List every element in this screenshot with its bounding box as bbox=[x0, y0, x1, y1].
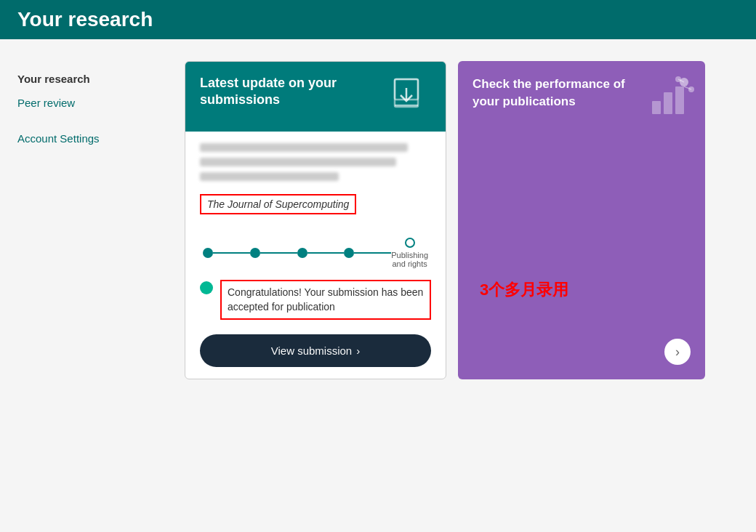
sidebar-item-peer-review[interactable]: Peer review bbox=[17, 92, 170, 113]
journal-name: The Journal of Supercomputing bbox=[200, 194, 356, 214]
progress-track: Publishingand rights bbox=[200, 238, 431, 268]
publications-card-text: Check the performance of your publicatio… bbox=[472, 76, 632, 365]
progress-dot-4 bbox=[344, 248, 354, 258]
view-submission-arrow: › bbox=[356, 344, 360, 357]
blurred-title-line-1 bbox=[200, 143, 408, 152]
congrats-container: Congratulations! Your submission has bee… bbox=[200, 280, 431, 320]
sidebar: Your research Peer review Account Settin… bbox=[17, 61, 170, 379]
download-icon bbox=[387, 75, 431, 118]
progress-dot-1 bbox=[203, 248, 213, 258]
svg-rect-4 bbox=[652, 101, 661, 114]
publications-chart-icon bbox=[646, 73, 696, 124]
svg-rect-6 bbox=[675, 86, 684, 114]
content-area: Latest update on your submissions bbox=[185, 61, 739, 379]
progress-line-1 bbox=[213, 252, 250, 254]
sidebar-item-account-settings[interactable]: Account Settings bbox=[17, 128, 170, 149]
blurred-title-line-3 bbox=[200, 172, 339, 181]
header-title: Your research bbox=[17, 8, 153, 31]
blurred-title-line-2 bbox=[200, 158, 396, 166]
svg-rect-5 bbox=[664, 92, 672, 114]
sidebar-item-your-research[interactable]: Your research bbox=[17, 68, 170, 89]
congrats-message: Congratulations! Your submission has bee… bbox=[220, 280, 431, 320]
publications-arrow-icon: › bbox=[675, 344, 680, 360]
submission-card: Latest update on your submissions bbox=[185, 61, 446, 379]
congrats-indicator bbox=[200, 281, 213, 294]
card-header-title: Latest update on your submissions bbox=[200, 75, 387, 109]
progress-dot-5-group: Publishingand rights bbox=[391, 238, 428, 268]
progress-dot-5 bbox=[405, 238, 415, 248]
card-header: Latest update on your submissions bbox=[185, 62, 446, 132]
card-body: The Journal of Supercomputing Publishing… bbox=[185, 132, 446, 379]
progress-dot-3 bbox=[297, 248, 307, 258]
progress-line-4 bbox=[354, 252, 391, 254]
main-container: Your research Peer review Account Settin… bbox=[0, 39, 756, 401]
publications-card: Check the performance of your publicatio… bbox=[458, 61, 705, 379]
progress-label: Publishingand rights bbox=[391, 251, 428, 268]
page-header: Your research bbox=[0, 0, 756, 39]
publications-arrow-button[interactable]: › bbox=[664, 339, 691, 365]
view-submission-button[interactable]: View submission › bbox=[200, 334, 431, 367]
progress-line-3 bbox=[307, 252, 345, 254]
chinese-annotation: 3个多月录用 bbox=[480, 279, 568, 301]
progress-dot-2 bbox=[250, 248, 260, 258]
progress-line-2 bbox=[260, 252, 297, 254]
